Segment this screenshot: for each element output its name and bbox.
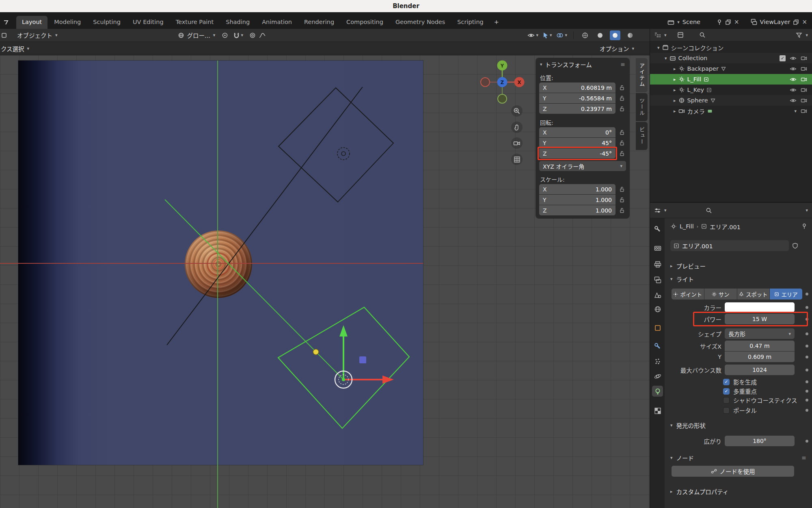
shading-rendered-button[interactable] <box>625 30 635 40</box>
navigation-gizmo[interactable]: Y X Z <box>481 61 525 104</box>
lock-icon[interactable] <box>617 106 626 111</box>
editor-type-icon[interactable] <box>1 32 7 39</box>
viewport-3d[interactable]: Y X Z <box>0 55 650 508</box>
animate-dot[interactable] <box>806 369 808 371</box>
render-camera-toggle[interactable] <box>801 87 807 93</box>
workspace-tab-compositing[interactable]: Compositing <box>341 16 389 29</box>
gizmo-y-neg-ball[interactable] <box>498 94 507 103</box>
zoom-button[interactable] <box>511 105 523 117</box>
pin-icon[interactable] <box>717 19 722 25</box>
chevron-down-icon[interactable]: ▾ <box>677 20 680 24</box>
lock-icon[interactable] <box>617 85 626 90</box>
active-tool-selector[interactable]: クス選択 ▾ <box>1 44 29 53</box>
expand-icon[interactable]: ▸ <box>674 77 676 82</box>
outliner-row-collection[interactable]: ▾ Collection ✓ <box>650 53 812 63</box>
lock-icon[interactable] <box>617 130 626 135</box>
snap-options-chevron-icon[interactable]: ▾ <box>241 33 243 37</box>
tab-view-layer[interactable] <box>652 274 663 285</box>
panel-grip-icon[interactable]: ≡ <box>620 61 625 67</box>
visibility-eye-toggle[interactable] <box>790 87 797 93</box>
tab-modifiers[interactable] <box>652 341 663 352</box>
shadow-checkbox[interactable]: ✓ <box>723 379 730 385</box>
render-camera-toggle[interactable] <box>801 56 807 61</box>
scale-z-field[interactable]: Z 1.000 <box>539 205 615 215</box>
new-scene-icon[interactable] <box>725 19 731 25</box>
shadow-caustics-checkbox[interactable] <box>723 397 730 404</box>
outliner-row-backpaper[interactable]: ▸ Backpaper <box>650 63 812 74</box>
blender-menu-icon[interactable] <box>3 19 10 25</box>
animate-dot[interactable] <box>806 306 808 309</box>
expand-icon[interactable]: ▸ <box>674 98 676 103</box>
collection-checkbox[interactable]: ✓ <box>780 55 786 61</box>
light-type-spot-button[interactable]: スポット <box>737 289 770 300</box>
chevron-down-icon[interactable]: ▾ <box>806 208 808 213</box>
rotation-z-field[interactable]: Z -45° <box>539 148 615 158</box>
lock-icon[interactable] <box>617 96 626 101</box>
lock-icon[interactable] <box>617 187 626 192</box>
animate-dot[interactable] <box>806 399 808 402</box>
tab-scene[interactable] <box>652 289 663 300</box>
render-camera-toggle[interactable] <box>801 109 807 114</box>
panel-header-light[interactable]: ▾ ライト <box>665 274 812 284</box>
workspace-tab-uv-editing[interactable]: UV Editing <box>127 16 169 29</box>
visibility-eye-toggle[interactable] <box>790 77 797 82</box>
shading-solid-button[interactable] <box>595 30 605 40</box>
datablock-name-field[interactable]: エリア.001 <box>670 240 789 251</box>
chevron-down-icon[interactable]: ▾ <box>664 33 667 37</box>
collapse-chevron-icon[interactable]: ▾ <box>794 109 797 113</box>
pin-icon[interactable] <box>801 223 807 229</box>
breadcrumb-data[interactable]: エリア.001 <box>710 222 741 231</box>
panel-header-beam-shape[interactable]: ▾ 発光の形状 <box>665 420 812 430</box>
scale-y-field[interactable]: Y 1.000 <box>539 195 615 205</box>
light-handle-point[interactable] <box>313 349 319 355</box>
add-workspace-button[interactable]: + <box>490 16 503 29</box>
light-type-sun-button[interactable]: サン <box>704 289 737 300</box>
visibility-eye-toggle[interactable] <box>790 98 797 103</box>
transform-panel-header[interactable]: ▾ トランスフォーム ≡ <box>539 58 626 70</box>
rotation-x-field[interactable]: X 0° <box>539 127 615 137</box>
light-color-swatch[interactable] <box>725 302 795 312</box>
animate-dot[interactable] <box>806 440 808 443</box>
animate-dot[interactable] <box>806 293 808 295</box>
workspace-tab-sculpting[interactable]: Sculpting <box>87 16 126 29</box>
multi-importance-checkbox[interactable]: ✓ <box>723 388 730 395</box>
light-l-key-wireframe[interactable] <box>167 87 393 345</box>
gizmo-arrowhead-x[interactable] <box>382 376 394 384</box>
remove-view-layer-icon[interactable]: × <box>802 19 807 25</box>
tab-object[interactable] <box>652 322 663 333</box>
lock-icon[interactable] <box>617 151 626 156</box>
expand-icon[interactable]: ▸ <box>674 67 676 71</box>
tab-tool[interactable] <box>652 224 663 234</box>
lock-icon[interactable] <box>617 197 626 202</box>
workspace-tab-geometry-nodes[interactable]: Geometry Nodes <box>390 16 451 29</box>
fake-user-shield-icon[interactable] <box>792 243 798 249</box>
snap-target-icon[interactable] <box>222 32 228 39</box>
scale-x-field[interactable]: X 1.000 <box>539 184 615 194</box>
workspace-tab-texture-paint[interactable]: Texture Paint <box>170 16 220 29</box>
rotation-mode-dropdown[interactable]: XYZ オイラー角 ▾ <box>539 161 626 171</box>
search-icon[interactable] <box>706 207 712 214</box>
workspace-tab-animation[interactable]: Animation <box>256 16 298 29</box>
chevron-down-icon[interactable]: ▾ <box>806 33 808 37</box>
grid-toggle-button[interactable] <box>511 154 523 165</box>
panel-header-preview[interactable]: ▸ プレビュー <box>665 261 812 271</box>
panel-header-nodes[interactable]: ▾ ノード ≡ <box>665 453 812 462</box>
visibility-eye-toggle[interactable] <box>790 66 797 72</box>
tab-render[interactable] <box>652 243 663 254</box>
workspace-tab-shading[interactable]: Shading <box>220 16 255 29</box>
expand-icon[interactable]: ▸ <box>674 109 676 113</box>
workspace-tab-rendering[interactable]: Rendering <box>298 16 340 29</box>
portal-checkbox[interactable] <box>723 407 730 414</box>
properties-editor-icon[interactable] <box>654 207 661 214</box>
unlink-scene-icon[interactable]: × <box>734 19 739 25</box>
expand-icon[interactable]: ▾ <box>665 56 667 61</box>
display-mode-icon[interactable] <box>677 32 684 38</box>
animate-dot[interactable] <box>806 409 808 412</box>
gizmos-dropdown[interactable]: ▾ <box>543 32 552 39</box>
lock-icon[interactable] <box>617 208 626 213</box>
overlays-dropdown[interactable]: ▾ <box>556 33 567 38</box>
outliner-row-l-key[interactable]: ▸ L_Key <box>650 85 812 95</box>
light-type-area-button[interactable]: エリア <box>770 289 802 300</box>
render-camera-toggle[interactable] <box>801 66 807 72</box>
tab-world[interactable] <box>652 304 663 315</box>
